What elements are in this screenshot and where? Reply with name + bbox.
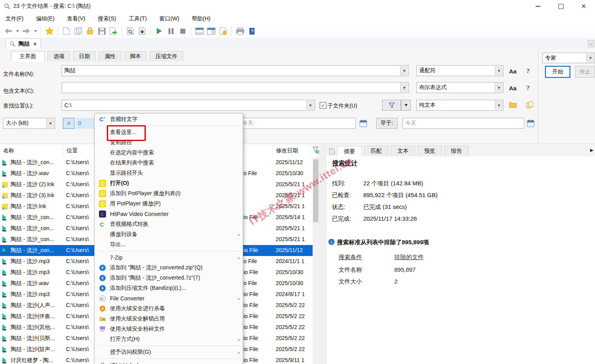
column-date[interactable]: 修改日期 [276, 147, 298, 154]
date-before-input[interactable]: 今天 [403, 118, 524, 129]
details-tab-2[interactable]: 文本 [391, 146, 415, 156]
help-question-icon[interactable]: ? [526, 84, 530, 92]
help-icon[interactable]: ? [247, 26, 257, 36]
size-value-input[interactable]: 0 [76, 118, 95, 129]
search-mode-select[interactable]: 专家▼ [542, 53, 595, 63]
menubar-item-5[interactable]: 窗口(W) [158, 14, 185, 24]
forward-button[interactable] [21, 26, 31, 36]
forward-dropdown-icon[interactable] [33, 26, 38, 36]
play-icon[interactable] [154, 26, 164, 36]
details-tab-3[interactable]: 预览 [417, 146, 442, 156]
tab-overflow-arrow-icon[interactable]: ▶ [590, 148, 593, 153]
context-menu-item-4[interactable]: 在结果列表中搜索 [95, 158, 243, 168]
earlier-than-button[interactable]: 早于: [376, 118, 397, 129]
menubar-item-4[interactable]: 工具(T) [127, 14, 152, 24]
report-icon[interactable] [218, 26, 228, 36]
chevron-down-icon[interactable]: ▼ [46, 119, 54, 128]
subtab-1[interactable]: 选项 [48, 51, 70, 62]
stop-button[interactable]: 停止 [575, 66, 595, 78]
context-menu-item-7[interactable]: 添加到 PotPlayer 播放列表(I) [95, 188, 243, 199]
context-menu-item-14[interactable]: 添加到 "陶喆 - 流沙_converted.zip"(Q) [95, 263, 243, 273]
calendar-icon[interactable] [527, 119, 535, 127]
lock-icon[interactable] [85, 26, 95, 36]
details-tab-1[interactable]: 匹配 [364, 146, 388, 156]
menubar-item-0[interactable]: 文件(F) [4, 14, 29, 24]
chevron-down-icon[interactable]: ▼ [495, 101, 503, 110]
calendar-icon[interactable] [359, 119, 367, 127]
subfolders-checkbox[interactable]: ✓ [320, 102, 326, 109]
menubar-item-1[interactable]: 编辑(E) [35, 14, 60, 24]
chevron-down-icon[interactable]: ▼ [586, 53, 594, 62]
file-name-input[interactable]: 陶喆▼ [62, 65, 409, 76]
minimize-button[interactable] [527, 0, 549, 13]
context-menu-item-11[interactable]: 播放到设备› [95, 229, 243, 240]
export-icon[interactable] [108, 26, 119, 36]
context-menu-item-6[interactable]: 打开(O) [95, 178, 243, 188]
chevron-down-icon[interactable]: ▼ [306, 101, 314, 110]
results-scrollbar[interactable] [313, 157, 319, 364]
size-unit-select[interactable]: 大小 (kB)▼ [3, 118, 55, 129]
chevron-down-icon[interactable]: ▼ [400, 66, 408, 75]
context-menu-item-18[interactable]: 使用火绒安全进行杀毒 [95, 304, 243, 314]
help-question-icon[interactable]: ? [526, 67, 530, 75]
maximize-button[interactable] [549, 0, 572, 13]
subtab-3[interactable]: 属性 [99, 51, 121, 62]
context-menu-item-17[interactable]: ⇄File Converter› [95, 293, 243, 304]
context-menu-item-12[interactable]: 导出... [95, 240, 243, 250]
copy-path-icon[interactable] [526, 101, 533, 108]
context-menu-item-13[interactable]: 7-Zip› [95, 252, 243, 263]
print-icon[interactable] [235, 26, 245, 36]
details-tab-0[interactable]: 摘要 [337, 146, 362, 157]
back-button[interactable] [3, 26, 13, 36]
size-operator-button[interactable]: > [63, 118, 75, 129]
details-tab-4[interactable]: 报告 [444, 146, 469, 156]
file-name-mode-select[interactable]: 通配符▼ [416, 65, 503, 76]
context-menu-item-19[interactable]: 使用火绒安全解锁占用 [95, 314, 243, 324]
new-search-icon[interactable] [61, 26, 71, 36]
column-location[interactable]: 位置 [67, 147, 78, 154]
open-search-icon[interactable] [73, 26, 83, 36]
look-in-input[interactable]: C:\▼ [62, 100, 315, 111]
context-menu-item-3[interactable]: 在选定内容中搜索 [95, 148, 243, 158]
subtab-2[interactable]: 日期 [73, 51, 96, 62]
chevron-down-icon[interactable]: ▼ [495, 83, 503, 92]
column-name[interactable]: 名称 [3, 147, 14, 154]
back-dropdown-icon[interactable] [15, 26, 20, 36]
menubar-item-3[interactable]: 搜索(S) [96, 14, 122, 24]
context-menu-item-8[interactable]: 用 PotPlayer 播放(P) [95, 199, 243, 209]
context-menu-item-22[interactable]: 授予访问权限(G)› [95, 347, 243, 357]
context-menu-item-21[interactable]: 打开方式(H)› [95, 334, 243, 344]
menubar-item-6[interactable]: 帮助(H) [190, 14, 216, 24]
pause-icon[interactable] [166, 26, 176, 36]
context-menu-item-10[interactable]: C音视频格式转换 [95, 219, 243, 229]
subtab-0[interactable]: 主界面 [11, 51, 45, 62]
containing-text-input[interactable]: ▼ [62, 82, 409, 93]
tab-close-icon[interactable]: × [33, 41, 37, 47]
text-mode-select[interactable]: 纯文本▼ [416, 100, 503, 111]
chevron-down-icon[interactable]: ▼ [495, 66, 503, 75]
tab-list-button[interactable]: ⌄ [588, 40, 594, 47]
layout-columns-icon[interactable] [206, 26, 216, 36]
browse-folder-icon[interactable] [509, 101, 517, 108]
match-case-button[interactable]: Aa [509, 68, 516, 75]
favorites-star-icon[interactable] [44, 26, 55, 36]
menubar-item-2[interactable]: 查看(V) [66, 14, 91, 24]
stop-icon[interactable] [178, 26, 188, 36]
context-menu-item-15[interactable]: 添加到 "陶喆 - 流沙_converted.7z"(7) [95, 273, 243, 283]
date-after-input[interactable]: 今天 [240, 118, 356, 129]
subtab-4[interactable]: 脚本 [124, 51, 147, 62]
scrollbar-thumb[interactable] [313, 159, 319, 222]
layout-bottom-pane-icon[interactable] [194, 26, 205, 36]
close-button[interactable]: ✕ [572, 0, 595, 13]
start-button[interactable]: 开始 [545, 66, 570, 78]
context-menu-item-5[interactable]: 显示路径开头 [95, 168, 243, 178]
search-doc-icon[interactable] [125, 26, 135, 36]
context-menu-item-0[interactable]: C✦音频转文字 [95, 114, 243, 124]
context-menu-item-16[interactable]: 添加到压缩文件 (Bandizip)(L)... [95, 283, 243, 293]
filter-dropdown-button[interactable] [401, 100, 411, 111]
containing-text-mode-select[interactable]: 布尔表达式▼ [416, 82, 503, 93]
context-menu-item-23[interactable]: IObit Unlocker [95, 360, 243, 364]
search-doc-alt-icon[interactable] [137, 26, 147, 36]
subtab-5[interactable]: 压缩文件 [150, 51, 183, 62]
search-result-tab[interactable]: 陶喆 × [5, 38, 41, 49]
